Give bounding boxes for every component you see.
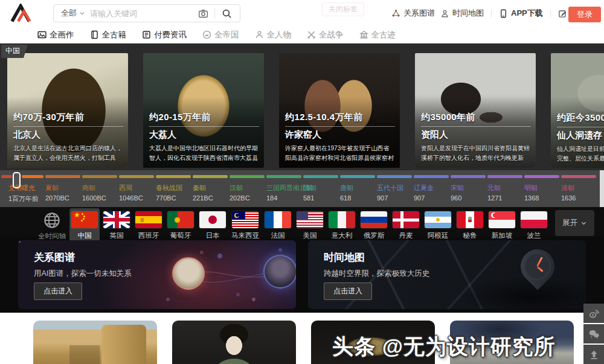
monument-icon [359,30,368,39]
country-pl[interactable]: 波兰 [519,208,549,243]
person-icon [255,30,264,39]
period-bar [377,175,412,178]
timeline-period[interactable]: 春秋战国770BC [156,175,193,203]
card-title: 资阳人 [421,129,531,141]
country-ar[interactable]: 阿根廷 [423,208,453,243]
header-link-label: 关系图谱 [403,8,435,19]
country-label: 全时间轴 [38,232,66,241]
nav-item-5[interactable]: 全人物 [255,30,292,40]
period-bar [45,175,80,178]
gallery-card-figurine[interactable] [172,321,296,364]
search-category-value: 全部 [61,8,77,19]
card-title: 北京人 [13,129,123,141]
avatar [172,257,205,290]
header-link-relation[interactable]: 关系图谱 [391,8,435,19]
timeline-period[interactable]: 西周1046BC [119,175,156,203]
search-input[interactable] [90,9,192,18]
period-bar [340,175,375,178]
nav-item-1[interactable]: 全画作 [37,30,74,40]
country-ru[interactable]: 俄罗斯 [359,208,389,243]
all-timeline-item[interactable]: 全时间轴 [36,208,68,244]
country-label: 日本 [206,231,220,240]
country-my[interactable]: 马来西亚 [230,208,261,243]
timeline-period[interactable]: 三国两晋南北朝184 [266,175,303,203]
nav-item-3[interactable]: 付费资讯 [142,30,187,40]
floating-buttons [583,304,604,364]
period-year: 581 [303,194,340,202]
timeline-period[interactable]: 元朝1271 [487,175,524,203]
arrow-up-icon [588,349,600,360]
country-es[interactable]: 西班牙 [133,208,164,243]
back-to-top-button[interactable] [583,345,604,364]
war-icon [307,30,316,39]
timeline-period[interactable]: 隋朝581 [303,175,340,203]
allhistory-logo[interactable] [10,4,33,23]
timeline-period[interactable]: 宋朝960 [451,175,487,203]
region-tag: 中国 [1,45,28,58]
timeline-period[interactable]: 唐朝618 [340,175,377,203]
expand-button[interactable]: 展开 [555,210,594,236]
carousel-card[interactable]: 约12.5-10.4万年前许家窑人许家窑人最初在1973年被发现于山西省阳高县许… [279,53,400,168]
country-label: 新加坡 [492,231,513,240]
login-button[interactable]: 登录 [568,7,601,22]
weibo-button[interactable] [583,304,604,323]
search-icon[interactable] [222,8,232,19]
relation-graph-card[interactable]: 关系图谱 用AI图谱，探索一切未知关系 点击进入 [18,240,296,309]
top-header: 全部 关闭标签 关系图谱时间地图APP下载新建条目 登录 [0,0,604,27]
period-year: 1百万年前 [8,194,45,203]
camera-search-icon[interactable] [198,8,208,19]
country-pt[interactable]: 葡萄牙 [165,208,196,243]
timeline-period[interactable]: 夏朝2070BC [45,175,82,203]
jp-flag-icon [199,211,226,228]
promo-banners: 关系图谱 用AI图谱，探索一切未知关系 点击进入 时间地图 跨越时空界限，探索极… [0,237,604,313]
country-sg[interactable]: 新加坡 [487,208,517,243]
carousel-card[interactable]: 约20-15万年前大荔人大荔人是中国华北地区旧石器时代的早期智人，因化石发现于陕… [143,53,264,168]
card-divider [13,126,123,127]
nav-item-4[interactable]: 全帝国 [202,30,239,40]
header-link-timemap[interactable]: 时间地图 [440,8,484,19]
header-link-label: APP下载 [511,8,543,19]
wechat-button[interactable] [583,324,604,343]
country-fr[interactable]: 法国 [263,208,293,243]
country-jp[interactable]: 日本 [198,208,228,243]
timeline-slider-handle[interactable] [13,172,21,188]
country-dk[interactable]: 丹麦 [391,208,421,243]
country-it[interactable]: 意大利 [327,208,357,243]
nav-item-2[interactable]: 全古籍 [90,30,127,40]
country-gb[interactable]: 英国 [101,208,132,243]
timeline-period[interactable]: 汉朝202BC [230,175,266,203]
timeline-period[interactable]: 五代十国907 [377,175,414,203]
gallery-card-egypt[interactable] [33,321,157,364]
country-label: 西班牙 [138,231,159,240]
timeline-period[interactable]: 明朝1368 [524,175,561,203]
country-cn[interactable]: 中国 [69,208,100,243]
carousel-card[interactable]: 约距今35000年前仙人洞遗存仙人洞遗址是目前古人类遗存中年代最为完整、层位关系… [551,53,604,168]
country-us[interactable]: 美国 [295,208,325,243]
timeline-period[interactable]: 商朝1600BC [82,175,119,203]
nav-item-6[interactable]: 全战争 [307,30,344,40]
country-label: 英国 [110,231,124,240]
search-bar: 全部 [53,4,240,22]
promo-subtitle: 跨越时空界限，探索极致大历史 [324,269,429,279]
timeline-period[interactable]: 秦朝221BC [193,175,230,203]
period-bar [230,175,265,178]
period-bar [156,175,191,178]
faded-tag-chip: 关闭标签 [322,2,364,16]
country-label: 马来西亚 [231,231,259,240]
header-link-phone[interactable]: APP下载 [499,8,543,19]
enter-button[interactable]: 点击进入 [324,283,372,300]
period-year: 907 [414,194,451,202]
nav-item-7[interactable]: 全古迹 [359,30,396,40]
timeline-period[interactable]: 清朝1636 [561,175,598,203]
country-label: 俄罗斯 [364,231,385,240]
country-pe[interactable]: 秘鲁 [455,208,485,243]
pl-flag-icon [521,211,547,228]
time-map-card[interactable]: 时间地图 跨越时空界限，探索极致大历史 点击进入 [308,240,586,309]
timeline-period[interactable]: 辽夏金907 [414,175,451,203]
period-name: 宋朝 [451,184,487,193]
carousel-card[interactable]: 约35000年前资阳人资阳人是发现于在中国四川省资阳县黄鳝溪桥下的智人化石，地质… [415,53,536,168]
carousel-card[interactable]: 约70万-30万年前北京人北京人是生活在远古北京周口店的猿人，属于直立人，会使用… [7,53,128,168]
period-name: 隋朝 [303,184,340,193]
period-bar [451,175,486,178]
search-category-dropdown[interactable]: 全部 [54,8,90,19]
